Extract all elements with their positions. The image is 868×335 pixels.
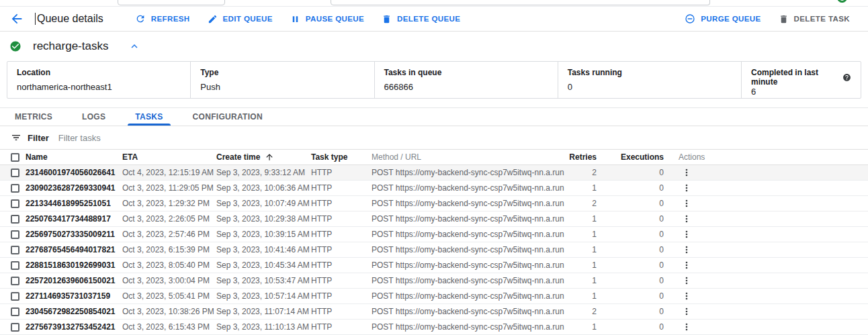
task-name[interactable]: 22572012639606150021 <box>26 276 122 285</box>
trash-icon <box>382 14 392 24</box>
task-actions-cell <box>679 181 726 195</box>
row-actions-kebab-button[interactable] <box>679 258 695 272</box>
task-name[interactable]: 2213344618995251051 <box>26 199 122 208</box>
column-header-method-url[interactable]: Method / URL <box>372 152 564 162</box>
filter-list-icon <box>11 132 28 143</box>
task-name[interactable]: 23146001974056026641 <box>26 168 122 177</box>
task-executions: 0 <box>597 260 664 270</box>
column-header-task-type[interactable]: Task type <box>311 152 372 162</box>
row-actions-kebab-button[interactable] <box>679 289 695 303</box>
column-header-create-time[interactable]: Create time <box>216 152 311 162</box>
summary-type-value: Push <box>200 82 364 92</box>
collapse-details-button[interactable] <box>128 40 140 52</box>
row-checkbox-cell <box>0 261 26 270</box>
row-actions-kebab-button[interactable] <box>679 166 695 179</box>
row-actions-kebab-button[interactable] <box>679 320 695 334</box>
task-name[interactable]: 22569750273335009211 <box>26 230 122 239</box>
row-actions-kebab-button[interactable] <box>679 228 695 241</box>
row-actions-kebab-button[interactable] <box>679 274 695 287</box>
task-actions-cell <box>679 289 726 303</box>
row-checkbox[interactable] <box>11 199 19 208</box>
select-all-cell <box>0 153 26 162</box>
purge-queue-button[interactable]: PURGE QUEUE <box>676 7 769 31</box>
queue-summary-card: Location northamerica-northeast1 Type Pu… <box>7 61 861 99</box>
row-checkbox[interactable] <box>11 215 19 224</box>
column-header-retries[interactable]: Retries <box>564 152 597 162</box>
row-checkbox[interactable] <box>11 307 19 316</box>
edit-queue-button[interactable]: EDIT QUEUE <box>199 7 281 31</box>
row-checkbox[interactable] <box>11 184 19 193</box>
row-checkbox[interactable] <box>11 261 19 270</box>
column-header-executions[interactable]: Executions <box>597 152 664 162</box>
refresh-button[interactable]: REFRESH <box>126 7 199 31</box>
table-row: 22569750273335009211Oct 3, 2023, 2:57:46… <box>0 227 868 242</box>
summary-completed-last-minute: Completed in last minute 6 <box>741 62 861 98</box>
column-header-create-time-label: Create time <box>216 152 260 162</box>
row-actions-kebab-button[interactable] <box>679 305 695 318</box>
row-actions-kebab-button[interactable] <box>679 212 695 226</box>
task-eta: Oct 3, 2023, 8:05:40 PM <box>122 260 216 270</box>
summary-tasks-in-queue: Tasks in queue 666866 <box>374 62 558 98</box>
task-method-url: POST https://omy-backend-sync-csp7w5itwq… <box>372 291 564 301</box>
row-checkbox[interactable] <box>11 292 19 301</box>
refresh-icon <box>135 13 146 24</box>
task-name[interactable]: 2271146935731037159 <box>26 291 122 301</box>
task-name[interactable]: 22881518630192699031 <box>26 260 122 270</box>
task-executions: 0 <box>597 291 664 301</box>
summary-tasks-in-queue-label: Tasks in queue <box>384 68 548 77</box>
task-retries: 1 <box>564 260 597 270</box>
tab-metrics[interactable]: METRICS <box>0 108 67 126</box>
tab-logs[interactable]: LOGS <box>67 108 120 126</box>
delete-queue-button[interactable]: DELETE QUEUE <box>373 7 469 31</box>
task-type: HTTP <box>311 245 372 254</box>
task-create-time: Sep 3, 2023, 11:07:14 AM <box>216 307 311 316</box>
topbar-input-partial[interactable] <box>118 0 225 5</box>
table-row: 23090236287269330941Oct 3, 2023, 11:29:0… <box>0 181 868 196</box>
task-create-time: Sep 3, 2023, 10:29:38 AM <box>216 214 311 224</box>
task-name[interactable]: 23090236287269330941 <box>26 183 122 193</box>
row-checkbox[interactable] <box>11 169 19 177</box>
delete-task-button-label: DELETE TASK <box>794 15 850 23</box>
column-header-eta[interactable]: ETA <box>122 152 216 162</box>
task-eta: Oct 3, 2023, 5:05:41 PM <box>122 291 216 301</box>
task-actions-cell <box>679 274 726 287</box>
row-checkbox[interactable] <box>11 277 19 285</box>
avatar[interactable] <box>837 0 847 3</box>
row-checkbox[interactable] <box>11 246 19 254</box>
row-checkbox-cell <box>0 215 26 224</box>
task-name[interactable]: 23045672982250854021 <box>26 307 122 316</box>
topbar-search-button-partial[interactable] <box>659 0 710 5</box>
row-actions-kebab-button[interactable] <box>679 197 695 210</box>
tab-configuration[interactable]: CONFIGURATION <box>178 108 277 126</box>
pause-queue-button[interactable]: PAUSE QUEUE <box>281 7 373 31</box>
back-button[interactable] <box>9 11 24 26</box>
row-checkbox[interactable] <box>11 323 19 332</box>
task-executions: 0 <box>597 168 664 177</box>
delete-task-button[interactable]: DELETE TASK <box>770 7 859 31</box>
help-icon[interactable] <box>842 73 851 82</box>
column-header-name[interactable]: Name <box>26 152 122 162</box>
summary-tasks-running: Tasks running 0 <box>558 62 741 98</box>
filter-input[interactable] <box>57 132 857 144</box>
table-row: 23146001974056026641Oct 4, 2023, 12:15:1… <box>0 165 868 181</box>
summary-location-value: northamerica-northeast1 <box>17 82 181 92</box>
action-bar: Queue details REFRESH EDIT QUEUE PAUSE Q… <box>0 7 868 32</box>
task-name[interactable]: 22756739132753452421 <box>26 322 122 332</box>
task-eta: Oct 3, 2023, 2:57:46 PM <box>122 230 216 239</box>
tab-tasks[interactable]: TASKS <box>120 108 177 126</box>
task-type: HTTP <box>311 322 372 332</box>
task-name[interactable]: 22768765456494017821 <box>26 245 122 254</box>
row-checkbox[interactable] <box>11 230 19 239</box>
edit-icon <box>208 14 218 24</box>
row-checkbox-cell <box>0 292 26 301</box>
summary-location: Location northamerica-northeast1 <box>7 62 190 98</box>
row-actions-kebab-button[interactable] <box>679 243 695 256</box>
row-actions-kebab-button[interactable] <box>679 181 695 195</box>
task-actions-cell <box>679 320 726 334</box>
topbar-search-box-partial[interactable] <box>331 0 660 5</box>
select-all-checkbox[interactable] <box>11 153 19 162</box>
task-type: HTTP <box>311 307 372 316</box>
task-name[interactable]: 2250763417734488917 <box>26 214 122 224</box>
summary-tasks-running-label: Tasks running <box>568 68 732 77</box>
task-eta: Oct 3, 2023, 6:15:39 PM <box>122 245 216 254</box>
